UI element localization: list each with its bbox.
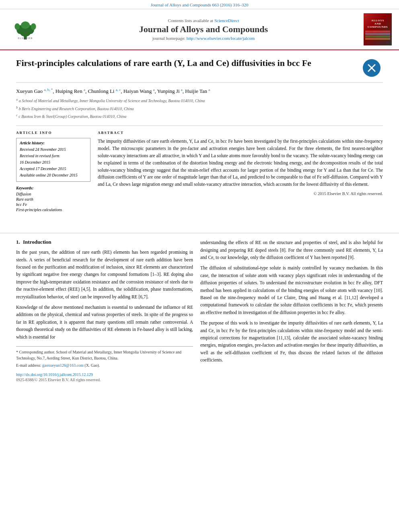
article-info-heading: ARTICLE INFO (16, 131, 90, 135)
keyword-bcc-fe: bcc Fe (16, 202, 90, 207)
svg-point-6 (21, 21, 30, 29)
article-title: First-principles calculations of rare ea… (16, 58, 358, 69)
available-online-date: Available online 20 December 2015 (20, 173, 87, 178)
intro-paragraph-1: In the past years, the addition of rare … (16, 249, 193, 300)
authors-line: Xueyun Gao a, b, *, Huiping Ren a, Chunl… (16, 88, 383, 94)
section-number: 1. (16, 239, 20, 245)
right-paragraph-2: The diffusion of substitutional-type sol… (200, 264, 383, 316)
article-body: First-principles calculations of rare ea… (0, 50, 399, 227)
doi-link[interactable]: http://dx.doi.org/10.1016/j.jallcom.2015… (16, 372, 93, 377)
section-divider (0, 233, 399, 233)
keyword-rare-earth: Rare earth (16, 197, 90, 201)
left-column: 1. Introduction In the past years, the a… (16, 239, 193, 382)
elsevier-tree-icon: ELSEVIER (12, 18, 39, 41)
journal-reference-bar: Journal of Alloys and Compounds 663 (201… (0, 0, 399, 9)
crossmark-icon (363, 59, 380, 77)
svg-point-4 (14, 23, 20, 29)
article-info-panel: ARTICLE INFO Article history: Received 2… (16, 131, 90, 213)
contents-line: Contents lists available at ScienceDirec… (43, 18, 364, 23)
journal-cover-image: ALLOYSANDCOMPOUNDS (364, 13, 392, 45)
elsevier-logo: ELSEVIER (7, 18, 43, 41)
keywords-title: Keywords: (16, 186, 90, 190)
article-title-section: First-principles calculations of rare ea… (16, 58, 383, 83)
intro-paragraph-2: Knowledge of the above mentioned mechani… (16, 304, 193, 341)
right-paragraph-3: The purpose of this work is to investiga… (200, 319, 383, 364)
sciencedirect-link[interactable]: ScienceDirect (214, 18, 239, 23)
copyright-line: © 2015 Elsevier B.V. All rights reserved… (98, 191, 383, 196)
footnote-email: E-mail address: gaoxueyun126@163.com (X.… (16, 362, 193, 368)
issn-line: 0925-8388/© 2015 Elsevier B.V. All right… (16, 378, 193, 382)
section-title-text: Introduction (23, 239, 51, 245)
authors-text: Xueyun Gao a, b, *, Huiping Ren a, Chunl… (16, 88, 210, 94)
abstract-section: ABSTRACT The impurity diffusivities of r… (98, 131, 383, 213)
homepage-line: journal homepage: http://www.elsevier.co… (43, 36, 364, 41)
introduction-heading: 1. Introduction (16, 239, 193, 245)
received-revised-label: Received in revised form (20, 153, 87, 159)
footnote-corresponding: * Corresponding author. School of Materi… (16, 349, 193, 361)
keyword-first-principles: First-principles calculations (16, 207, 90, 212)
journal-header-center: Contents lists available at ScienceDirec… (43, 18, 364, 41)
received-date: Received 24 November 2015 (20, 147, 87, 152)
article-info-abstract-section: ARTICLE INFO Article history: Received 2… (16, 125, 383, 213)
right-column: understanding the effects of RE on the s… (200, 239, 383, 382)
journal-reference-text: Journal of Alloys and Compounds 663 (201… (151, 2, 249, 7)
affiliations: a a School of Material and Metallurgy, I… (16, 97, 383, 120)
keywords-box: Keywords: Diffusion Rare earth bcc Fe Fi… (16, 186, 90, 212)
crossmark-badge (363, 59, 383, 79)
article-history-box: Article history: Received 24 November 20… (16, 138, 90, 182)
affiliation-a: a a School of Material and Metallurgy, I… (16, 97, 383, 104)
affiliation-b: b b Beris Engineering and Research Corpo… (16, 105, 383, 112)
doi-line: http://dx.doi.org/10.1016/j.jallcom.2015… (16, 372, 193, 377)
svg-text:ELSEVIER: ELSEVIER (18, 37, 33, 39)
footnote-section: * Corresponding author. School of Materi… (16, 346, 193, 368)
accepted-date: Accepted 17 December 2015 (20, 166, 87, 172)
right-paragraph-1: understanding the effects of RE on the s… (200, 239, 383, 261)
email-link[interactable]: gaoxueyun126@163.com (42, 363, 84, 368)
keyword-diffusion: Diffusion (16, 192, 90, 196)
main-content: 1. Introduction In the past years, the a… (0, 239, 399, 382)
affiliation-c: c c Baotou Iron & Steel(Group) Corporati… (16, 113, 383, 120)
received-revised-date: 16 December 2015 (20, 160, 87, 165)
journal-title-header: Journal of Alloys and Compounds (43, 24, 364, 35)
homepage-url-link[interactable]: http://www.elsevier.com/locate/jalcom (187, 36, 255, 41)
abstract-heading: ABSTRACT (98, 131, 383, 135)
journal-header: ELSEVIER Contents lists available at Sci… (0, 9, 399, 50)
history-title: Article history: (20, 141, 87, 145)
svg-point-5 (31, 23, 36, 29)
abstract-text: The impurity diffusivities of rare earth… (98, 138, 383, 188)
